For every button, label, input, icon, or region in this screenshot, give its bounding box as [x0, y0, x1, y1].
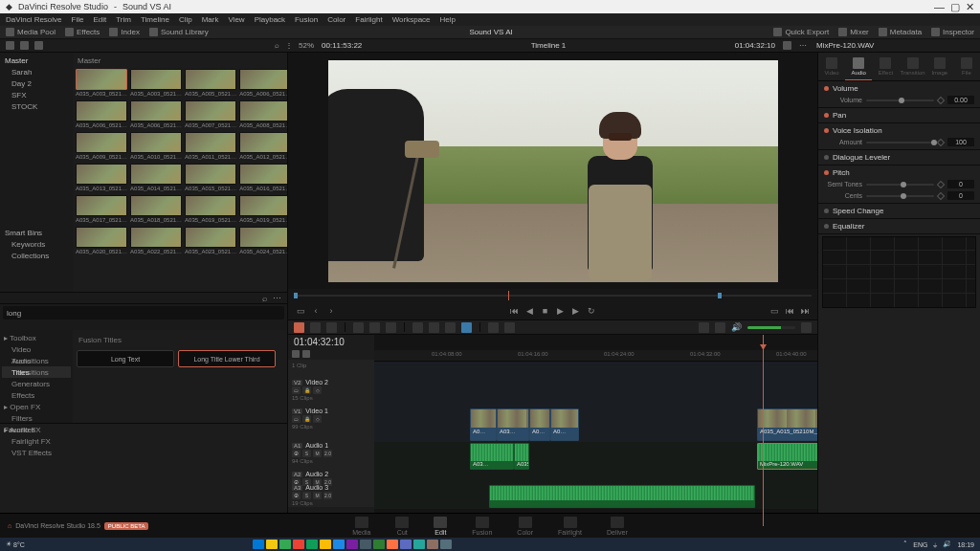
taskbar-app-icon[interactable] — [346, 540, 358, 549]
track-lane[interactable] — [374, 379, 817, 408]
track-header[interactable]: A3Audio 3⦿SM2.019 Clips — [288, 482, 374, 507]
media-clip-thumb[interactable]: A035_A010_0521… — [130, 132, 182, 161]
zoom-level[interactable]: 52% — [299, 41, 314, 50]
inspector-tab-effect[interactable]: Effect — [872, 53, 899, 80]
menu-mark[interactable]: Mark — [202, 15, 219, 24]
timeline-clip[interactable]: A03… — [470, 443, 514, 470]
jump-next-icon[interactable]: ⏭ — [800, 306, 810, 316]
insp-pan-header[interactable]: Pan — [824, 111, 974, 120]
fx-group[interactable]: ▸ Open FX — [2, 401, 71, 412]
media-clip-thumb[interactable]: A035_A009_0521… — [76, 132, 127, 161]
marker-icon[interactable] — [461, 322, 472, 333]
loop-icon[interactable]: ↻ — [587, 306, 596, 316]
fx-title-item[interactable]: Long Text — [77, 350, 174, 367]
menu-edit[interactable]: Edit — [93, 15, 106, 24]
playhead[interactable] — [763, 335, 764, 526]
inspector-button[interactable]: Inspector — [931, 28, 974, 36]
voice-iso-value[interactable]: 100 — [947, 138, 974, 146]
sort-icon[interactable]: ⋮ — [285, 41, 293, 50]
media-clip-thumb[interactable]: A035_A020_0521… — [76, 227, 127, 255]
pitch-keyframe-icon[interactable] — [937, 191, 945, 199]
jump-prev-icon[interactable]: ⏮ — [785, 306, 794, 316]
media-clip-thumb[interactable]: A035_A014_0521… — [130, 164, 182, 192]
page-color[interactable]: Color — [517, 517, 533, 536]
tray-lang[interactable]: ENG — [913, 541, 927, 548]
timeline-ruler[interactable]: 01:04:08:0001:04:16:0001:04:24:0001:04:3… — [374, 350, 817, 362]
window-maximize[interactable]: ▢ — [950, 1, 960, 13]
menu-file[interactable]: File — [72, 15, 84, 24]
insp-speed-header[interactable]: Speed Change — [824, 207, 974, 215]
step-fwd-icon[interactable]: ▶ — [571, 306, 581, 316]
media-clip-thumb[interactable]: A035_A019_0521… — [239, 195, 287, 224]
fx-title-item[interactable]: Long Title Lower Third — [178, 350, 276, 367]
media-clip-thumb[interactable]: A035_A015_0521… — [185, 164, 236, 192]
effects-search-input[interactable] — [3, 306, 284, 320]
track-lane[interactable] — [374, 362, 817, 379]
media-search-icon[interactable]: ⌕ — [262, 294, 267, 303]
menu-view[interactable]: View — [228, 15, 244, 24]
media-clip-thumb[interactable]: A035_A006_0521… — [76, 100, 127, 129]
media-clip-thumb[interactable]: A035_A017_0521… — [76, 195, 127, 224]
inspector-tab-transition[interactable]: Transition — [900, 53, 926, 80]
chevron-right-icon[interactable]: › — [326, 306, 336, 316]
taskbar-app-icon[interactable] — [293, 540, 304, 549]
timeline-clip[interactable]: A03… — [497, 408, 529, 441]
search-icon[interactable]: ⌕ — [275, 41, 279, 50]
insp-volume-header[interactable]: Volume — [824, 84, 974, 93]
bin-item[interactable]: STOCK — [2, 100, 71, 112]
volume-value[interactable]: 0.00 — [947, 96, 974, 104]
menu-clip[interactable]: Clip — [179, 15, 192, 24]
volume-icon[interactable]: 🔊 — [731, 322, 742, 332]
program-viewer[interactable] — [328, 60, 778, 282]
pitch-value[interactable]: 0 — [947, 180, 974, 188]
inspector-tab-image[interactable]: Image — [926, 53, 953, 80]
page-fusion[interactable]: Fusion — [472, 517, 492, 536]
media-pool-button[interactable]: Media Pool — [6, 28, 56, 36]
insp-eq-header[interactable]: Equalizer — [824, 222, 974, 231]
overwrite-icon[interactable] — [369, 322, 380, 333]
insp-pitch-header[interactable]: Pitch — [824, 168, 974, 177]
taskbar-app-icon[interactable] — [387, 540, 398, 549]
dynamic-trim-icon[interactable] — [504, 322, 515, 333]
step-back-icon[interactable]: ◀ — [525, 306, 535, 316]
fx-category[interactable]: Video Transitions — [2, 343, 71, 355]
bin-item[interactable]: Day 2 — [2, 77, 71, 89]
taskbar-app-icon[interactable] — [253, 540, 264, 549]
media-clip-thumb[interactable]: A035_A022_0521… — [130, 227, 182, 255]
menu-davinci-resolve[interactable]: DaVinci Resolve — [6, 15, 62, 24]
window-close[interactable]: ✕ — [966, 1, 974, 13]
meta-view-icon[interactable] — [34, 41, 43, 50]
tray-time[interactable]: 18:19 — [957, 541, 974, 548]
track-lane[interactable]: A0…A03…A0…A0…A035_A015_05210M_001.R3D — [374, 408, 817, 442]
media-clip-thumb[interactable]: A035_A011_0521… — [185, 132, 236, 161]
menu-workspace[interactable]: Workspace — [392, 15, 431, 24]
flag-icon[interactable] — [445, 322, 456, 333]
insert-icon[interactable] — [353, 322, 364, 333]
fx-category[interactable]: Effects — [2, 389, 71, 401]
stop-icon[interactable]: ■ — [541, 306, 550, 316]
taskbar-app-icon[interactable] — [413, 540, 425, 549]
media-clip-thumb[interactable]: A035_A003_0521… — [76, 69, 127, 98]
media-clip-thumb[interactable]: A035_A023_0521… — [185, 227, 236, 255]
menu-playback[interactable]: Playback — [255, 15, 285, 24]
viewer-options-icon[interactable] — [783, 41, 791, 50]
media-clip-thumb[interactable]: A035_A019_0521… — [185, 195, 236, 224]
tray-chevron-icon[interactable]: ˄ — [903, 540, 907, 548]
bin-master[interactable]: Master — [2, 55, 71, 66]
page-media[interactable]: Media — [352, 517, 370, 536]
timeline-timecode[interactable]: 01:04:32:10 — [288, 335, 374, 350]
media-clip-thumb[interactable]: A035_A024_0521… — [239, 227, 287, 255]
taskbar-app-icon[interactable] — [400, 540, 412, 549]
media-clip-thumb[interactable]: A035_A012_0521… — [239, 132, 287, 161]
timeline-view-icon[interactable] — [699, 322, 709, 333]
menu-help[interactable]: Help — [440, 15, 456, 24]
viewer-menu-icon[interactable]: ⋯ — [799, 41, 807, 50]
index-button[interactable]: Index — [109, 28, 140, 36]
timeline-clip[interactable]: A0… — [529, 408, 550, 441]
blade-tool-icon[interactable] — [326, 322, 337, 333]
bin-item[interactable]: SFX — [2, 89, 71, 100]
timeline-clip[interactable]: A0… — [470, 408, 497, 441]
track-header[interactable]: V1Video 1▭🔒◇99 Clips — [288, 406, 374, 440]
taskbar-app-icon[interactable] — [333, 540, 345, 549]
tl-opt1-icon[interactable] — [292, 350, 300, 358]
